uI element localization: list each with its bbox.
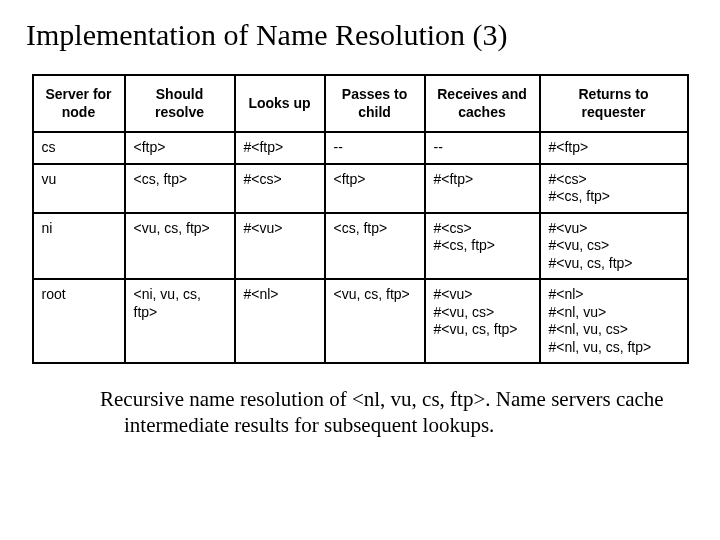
table-header-row: Server for node Should resolve Looks up … xyxy=(33,75,688,132)
cell-passes: <vu, cs, ftp> xyxy=(325,279,425,363)
cell-server: root xyxy=(33,279,125,363)
cell-caches: #<cs>#<cs, ftp> xyxy=(425,213,540,280)
cell-returns: #<nl>#<nl, vu>#<nl, vu, cs>#<nl, vu, cs,… xyxy=(540,279,688,363)
slide-title: Implementation of Name Resolution (3) xyxy=(26,18,696,52)
cell-passes: <cs, ftp> xyxy=(325,213,425,280)
cell-resolve: <cs, ftp> xyxy=(125,164,235,213)
cell-server: vu xyxy=(33,164,125,213)
cell-passes: -- xyxy=(325,132,425,164)
table-row: root <ni, vu, cs, ftp> #<nl> <vu, cs, ft… xyxy=(33,279,688,363)
cell-caches: #<ftp> xyxy=(425,164,540,213)
cell-caches: #<vu>#<vu, cs>#<vu, cs, ftp> xyxy=(425,279,540,363)
caption-lead: Recursive name resolution of <nl, vu, cs… xyxy=(100,387,491,411)
table-row: ni <vu, cs, ftp> #<vu> <cs, ftp> #<cs>#<… xyxy=(33,213,688,280)
col-header-caches: Receives and caches xyxy=(425,75,540,132)
cell-caches: -- xyxy=(425,132,540,164)
cell-returns: #<vu>#<vu, cs>#<vu, cs, ftp> xyxy=(540,213,688,280)
col-header-server: Server for node xyxy=(33,75,125,132)
cell-looksup: #<vu> xyxy=(235,213,325,280)
cell-server: cs xyxy=(33,132,125,164)
slide: Implementation of Name Resolution (3) Se… xyxy=(0,0,720,540)
cell-passes: <ftp> xyxy=(325,164,425,213)
resolution-table: Server for node Should resolve Looks up … xyxy=(32,74,689,364)
slide-caption: Recursive name resolution of <nl, vu, cs… xyxy=(64,386,676,439)
col-header-returns: Returns to requester xyxy=(540,75,688,132)
table-row: vu <cs, ftp> #<cs> <ftp> #<ftp> #<cs>#<c… xyxy=(33,164,688,213)
cell-resolve: <ni, vu, cs, ftp> xyxy=(125,279,235,363)
cell-looksup: #<cs> xyxy=(235,164,325,213)
table-row: cs <ftp> #<ftp> -- -- #<ftp> xyxy=(33,132,688,164)
cell-looksup: #<ftp> xyxy=(235,132,325,164)
cell-returns: #<ftp> xyxy=(540,132,688,164)
cell-looksup: #<nl> xyxy=(235,279,325,363)
cell-server: ni xyxy=(33,213,125,280)
cell-resolve: <ftp> xyxy=(125,132,235,164)
cell-resolve: <vu, cs, ftp> xyxy=(125,213,235,280)
col-header-resolve: Should resolve xyxy=(125,75,235,132)
col-header-looksup: Looks up xyxy=(235,75,325,132)
col-header-passes: Passes to child xyxy=(325,75,425,132)
cell-returns: #<cs>#<cs, ftp> xyxy=(540,164,688,213)
